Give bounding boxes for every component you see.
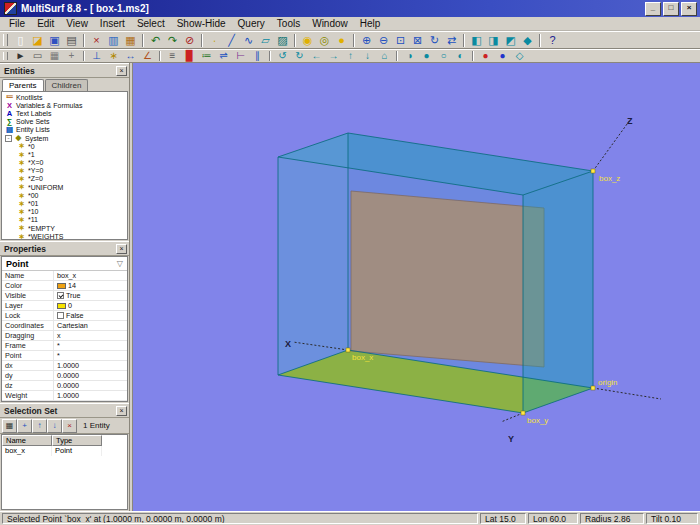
select-window-icon[interactable]: ▭ (29, 50, 46, 62)
close-icon[interactable]: × (116, 406, 127, 416)
menu-query[interactable]: Query (232, 18, 271, 29)
view-top-icon[interactable]: ◩ (502, 33, 519, 48)
zoom-out-icon[interactable]: ⊖ (375, 33, 392, 48)
box-y-point-marker[interactable] (521, 411, 525, 415)
property-row[interactable]: Dragging x (2, 331, 127, 341)
hide-icon[interactable]: ◎ (316, 33, 333, 48)
view-iso-icon[interactable]: ◆ (519, 33, 536, 48)
box-x-point-marker[interactable] (346, 348, 350, 352)
property-row[interactable]: dz 0.0000 (2, 381, 127, 391)
entity-blue-icon[interactable]: ● (494, 50, 511, 62)
property-row[interactable]: Layer 0 (2, 301, 127, 311)
orbit-left-icon[interactable]: ↺ (274, 50, 291, 62)
tab-parents[interactable]: Parents (2, 79, 44, 91)
property-row[interactable]: Visible True (2, 291, 127, 301)
perspective-icon[interactable]: ◑ (401, 50, 418, 62)
toolbar-grip[interactable] (3, 34, 8, 46)
box-right-face[interactable] (523, 171, 593, 413)
pan-up-icon[interactable]: ↑ (342, 50, 359, 62)
property-row[interactable]: dx 1.0000 (2, 361, 127, 371)
solid-icon[interactable]: ▨ (274, 33, 291, 48)
property-row[interactable]: Lock False (2, 311, 127, 321)
zoom-fit-icon[interactable]: ⊠ (409, 33, 426, 48)
close-icon[interactable]: × (116, 66, 127, 76)
rotate-view-icon[interactable]: ↻ (426, 33, 443, 48)
wireframe-view-icon[interactable]: ○ (435, 50, 452, 62)
checkbox[interactable] (57, 292, 64, 299)
viewport-3d[interactable]: box_z box_x box_y origin X Y Z (133, 63, 700, 511)
redo-icon[interactable]: ↷ (164, 33, 181, 48)
tree-item[interactable]: ∗ *WEIGHTS (2, 232, 127, 240)
pan-down-icon[interactable]: ↓ (359, 50, 376, 62)
view-front-icon[interactable]: ◧ (468, 33, 485, 48)
menu-insert[interactable]: Insert (94, 18, 131, 29)
curve-icon[interactable]: ∿ (240, 33, 257, 48)
minimize-button[interactable]: _ (645, 2, 661, 16)
property-row[interactable]: Name box_x (2, 271, 127, 281)
menu-view[interactable]: View (60, 18, 94, 29)
menu-tools[interactable]: Tools (271, 18, 306, 29)
origin-point-marker[interactable] (591, 386, 595, 390)
tree-item[interactable]: ∗ *EMPTY (2, 224, 127, 232)
print-icon[interactable]: ▤ (63, 33, 80, 48)
show-icon[interactable]: ◉ (299, 33, 316, 48)
angle-icon[interactable]: ∠ (139, 50, 156, 62)
copy-icon[interactable]: ▥ (105, 33, 122, 48)
pan-left-icon[interactable]: ← (308, 50, 325, 62)
ortho-icon[interactable]: ⊥ (88, 50, 105, 62)
grid-icon[interactable]: ▦ (46, 50, 63, 62)
save-icon[interactable]: ▣ (46, 33, 63, 48)
undo-icon[interactable]: ↶ (147, 33, 164, 48)
help-icon[interactable]: ? (544, 33, 561, 48)
info-icon[interactable]: ◇ (511, 50, 528, 62)
layers-icon[interactable]: ≡ (164, 50, 181, 62)
pan-view-icon[interactable]: ⇄ (443, 33, 460, 48)
trim-icon[interactable]: ⊢ (232, 50, 249, 62)
property-row[interactable]: Color 14 (2, 281, 127, 291)
tree-expander-icon[interactable]: - (5, 135, 12, 142)
paste-icon[interactable]: ▦ (122, 33, 139, 48)
move-up-icon[interactable]: ↑ (32, 419, 47, 433)
menu-file[interactable]: File (3, 18, 31, 29)
new-file-icon[interactable]: ▯ (12, 33, 29, 48)
menu-edit[interactable]: Edit (31, 18, 60, 29)
mirror-icon[interactable]: ⇌ (215, 50, 232, 62)
offset-icon[interactable]: ∥ (249, 50, 266, 62)
menu-help[interactable]: Help (354, 18, 387, 29)
column-header[interactable]: Type (52, 435, 102, 446)
box-front-face[interactable] (278, 157, 523, 413)
property-row[interactable]: Point * (2, 351, 127, 361)
tree-item[interactable]: ≔ Knotlists (2, 93, 127, 101)
zoom-in-icon[interactable]: ⊕ (358, 33, 375, 48)
move-down-icon[interactable]: ↓ (47, 419, 62, 433)
close-button[interactable]: × (681, 2, 697, 16)
selection-row[interactable]: box_x Point (2, 446, 127, 456)
cut-icon[interactable]: × (88, 33, 105, 48)
show-all-icon[interactable]: ● (333, 33, 350, 48)
zoom-window-icon[interactable]: ⊡ (392, 33, 409, 48)
checkbox[interactable] (57, 312, 64, 319)
column-header[interactable]: Name (2, 435, 52, 446)
add-entity-icon[interactable]: + (17, 419, 32, 433)
toolbar-grip[interactable] (3, 52, 8, 60)
menu-window[interactable]: Window (306, 18, 354, 29)
property-row[interactable]: Coordinates Cartesian (2, 321, 127, 331)
property-row[interactable]: Weight 1.0000 (2, 391, 127, 401)
property-row[interactable]: dy 0.0000 (2, 371, 127, 381)
home-view-icon[interactable]: ⌂ (376, 50, 393, 62)
property-row[interactable]: Symmetry exempt False (2, 401, 127, 402)
properties-icon[interactable]: ≔ (198, 50, 215, 62)
color-icon[interactable]: ▉ (181, 50, 198, 62)
close-icon[interactable]: × (116, 244, 127, 254)
tree-item[interactable]: X Variables & Formulas (2, 101, 127, 109)
remove-entity-icon[interactable]: × (62, 419, 77, 433)
line-icon[interactable]: ╱ (223, 33, 240, 48)
select-pointer-icon[interactable]: ► (12, 50, 29, 62)
pan-right-icon[interactable]: → (325, 50, 342, 62)
view-side-icon[interactable]: ◨ (485, 33, 502, 48)
tree-item[interactable]: ∑ Solve Sets (2, 118, 127, 126)
entity-red-icon[interactable]: ● (477, 50, 494, 62)
property-row[interactable]: Frame * (2, 341, 127, 351)
selection-list-icon[interactable]: ▦ (2, 419, 17, 433)
snap-icon[interactable]: + (63, 50, 80, 62)
